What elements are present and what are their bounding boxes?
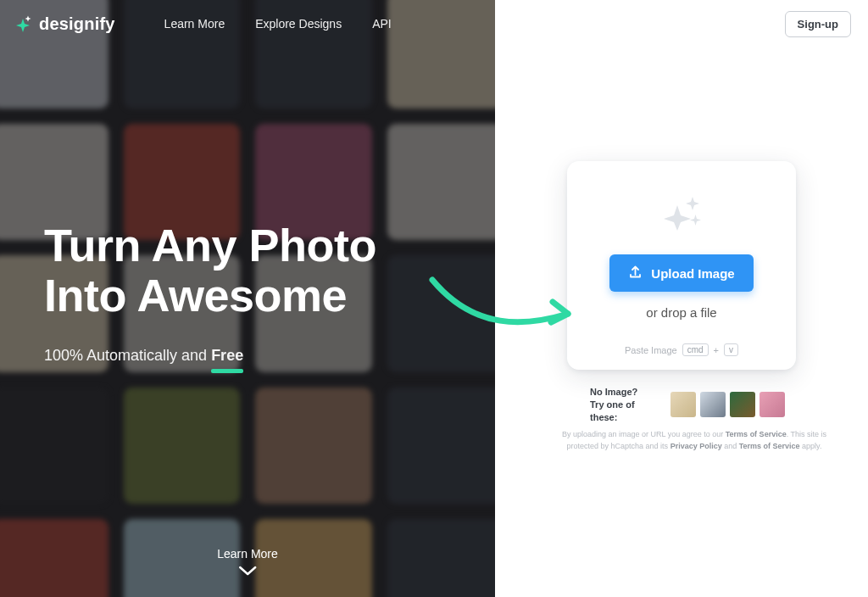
hero-subtitle: 100% Automatically and Free (44, 347, 475, 365)
hero-title: Turn Any Photo Into Awesome (44, 220, 475, 321)
hero-sub-free: Free (211, 347, 243, 365)
upload-icon (628, 265, 643, 282)
kbd-v: v (724, 343, 738, 356)
drop-file-text: or drop a file (646, 305, 716, 320)
sample-thumb[interactable] (760, 392, 785, 417)
nav-learn-more[interactable]: Learn More (164, 17, 225, 31)
paste-label: Paste Image (625, 345, 677, 355)
chevron-down-icon (217, 566, 278, 580)
learn-more-scroll[interactable]: Learn More (217, 547, 278, 580)
logo-text: designify (39, 14, 115, 34)
hero-copy: Turn Any Photo Into Awesome 100% Automat… (44, 220, 475, 365)
logo-sparkle-icon (14, 14, 32, 33)
hero-sub-prefix: 100% Automatically and (44, 347, 211, 364)
legal-text: apply. (800, 442, 822, 450)
sample-images-text: No Image? Try one of these: (590, 386, 662, 424)
hero-title-line2: Into Awesome (44, 270, 347, 321)
link-terms-of-service[interactable]: Terms of Service (739, 442, 800, 450)
sample-thumbs (670, 392, 785, 417)
kbd-plus: + (714, 345, 719, 355)
app-root: Turn Any Photo Into Awesome 100% Automat… (0, 0, 868, 597)
upload-button-label: Upload Image (651, 266, 734, 281)
hero-panel: Turn Any Photo Into Awesome 100% Automat… (0, 0, 495, 597)
upload-card[interactable]: Upload Image or drop a file Paste Image … (567, 161, 796, 370)
kbd-cmd: cmd (682, 343, 709, 356)
link-privacy-policy[interactable]: Privacy Policy (670, 442, 722, 450)
header: designify Learn More Explore Designs API… (0, 0, 868, 47)
hero-title-line1: Turn Any Photo (44, 220, 376, 271)
sample-thumb[interactable] (730, 392, 755, 417)
nav-api[interactable]: API (372, 17, 392, 31)
upload-panel: Upload Image or drop a file Paste Image … (495, 0, 868, 597)
sparkle-icon (657, 192, 706, 236)
legal-footer: By uploading an image or URL you agree t… (546, 429, 843, 452)
sample-line2: Try one of these: (590, 399, 662, 424)
sample-images-row: No Image? Try one of these: (590, 386, 785, 424)
nav-explore-designs[interactable]: Explore Designs (255, 17, 342, 31)
signup-button[interactable]: Sign-up (785, 11, 851, 37)
sample-thumb[interactable] (670, 392, 696, 417)
sample-line1: No Image? (590, 386, 662, 399)
link-terms-of-service[interactable]: Terms of Service (726, 430, 787, 438)
upload-image-button[interactable]: Upload Image (609, 254, 753, 292)
paste-image-hint: Paste Image cmd + v (625, 343, 738, 356)
top-nav: Learn More Explore Designs API (164, 17, 392, 31)
legal-text: and (722, 442, 739, 450)
legal-text: By uploading an image or URL you agree t… (562, 430, 726, 438)
learn-more-label: Learn More (217, 547, 278, 561)
sample-thumb[interactable] (700, 392, 726, 417)
logo[interactable]: designify (14, 14, 115, 34)
